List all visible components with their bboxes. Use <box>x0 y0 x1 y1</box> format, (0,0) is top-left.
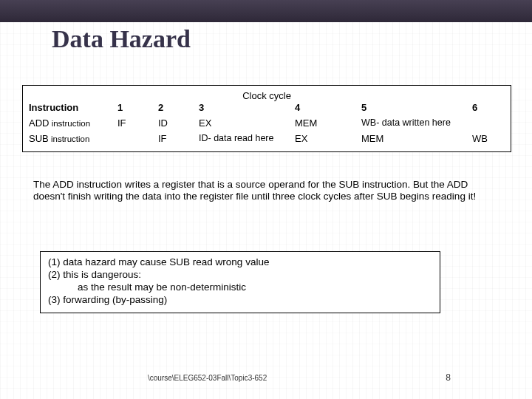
cell: WB <box>472 133 516 144</box>
cell: WB- data written here <box>361 117 472 129</box>
list-item: (3) forwarding (by-passing) <box>48 294 432 307</box>
col-header-5: 5 <box>361 102 472 113</box>
list-item: (1) data hazard may cause SUB read wrong… <box>48 256 432 269</box>
pipeline-table: Clock cycle Instruction 1 2 3 4 5 6 ADD … <box>22 85 511 152</box>
explanation-paragraph: The ADD instruction writes a register th… <box>33 179 491 202</box>
col-header-2: 2 <box>158 102 199 113</box>
table-row: ADD instruction <box>29 117 117 129</box>
cell: IF <box>158 133 199 144</box>
slide-title: Data Hazard <box>52 25 191 53</box>
points-list: (1) data hazard may cause SUB read wrong… <box>40 251 440 313</box>
list-item: (2) this is dangerous: <box>48 269 432 282</box>
cell <box>472 117 516 129</box>
footer: \course\ELEG652-03Fall\Topic3-652 8 <box>0 372 532 383</box>
cell <box>117 133 158 144</box>
cell: EX <box>199 117 295 129</box>
cell: MEM <box>295 117 361 129</box>
col-header-3: 3 <box>199 102 295 113</box>
footer-path: \course\ELEG652-03Fall\Topic3-652 <box>148 374 267 382</box>
clock-cycle-label: Clock cycle <box>23 86 511 102</box>
col-header-4: 4 <box>295 102 361 113</box>
list-item: as the result may be non-deterministic <box>48 282 432 294</box>
cell: MEM <box>361 133 472 144</box>
col-header-6: 6 <box>472 102 516 113</box>
col-header-instruction: Instruction <box>29 102 117 113</box>
title-bar <box>0 0 532 22</box>
cell: IF <box>117 117 158 129</box>
table-row: SUB instruction <box>29 133 117 144</box>
cell: EX <box>295 133 361 144</box>
cell: ID- data read here <box>199 133 295 144</box>
page-number: 8 <box>446 372 451 383</box>
col-header-1: 1 <box>117 102 158 113</box>
cell: ID <box>158 117 199 129</box>
